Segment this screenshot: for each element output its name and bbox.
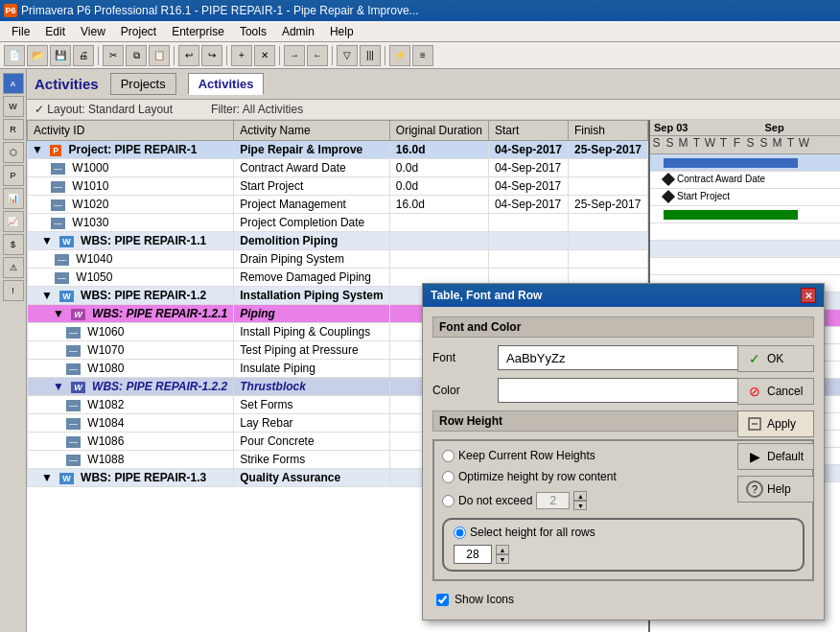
default-button[interactable]: ▶ Default	[737, 443, 814, 470]
show-icons-checkbox[interactable]	[436, 594, 449, 606]
menu-edit[interactable]: Edit	[37, 23, 73, 40]
row-id: — W1040	[28, 250, 234, 269]
sidebar-wbs[interactable]: W	[3, 96, 24, 117]
tb-paste[interactable]: 📋	[149, 45, 170, 66]
spin-down[interactable]: ▼	[573, 501, 587, 510]
tb-save[interactable]: 💾	[50, 45, 71, 66]
select-height-radio[interactable]	[454, 527, 466, 539]
keep-current-radio[interactable]	[442, 450, 455, 462]
tb-sep-3	[226, 46, 227, 65]
row-dur	[389, 250, 488, 269]
select-height-label[interactable]: Select height for all rows	[470, 526, 595, 539]
col-header-id[interactable]: Activity ID	[28, 121, 234, 141]
tab-activities[interactable]: Activities	[188, 73, 265, 95]
tb-undo[interactable]: ↩	[178, 45, 199, 66]
table-row[interactable]: — W1020 Project Management 16.0d 04-Sep-…	[28, 196, 648, 214]
tb-open[interactable]: 📂	[27, 45, 48, 66]
tb-level[interactable]: ≡	[412, 45, 433, 66]
gantt-row	[650, 206, 840, 223]
tb-cut[interactable]: ✂	[103, 45, 124, 66]
modal-close-button[interactable]: ✕	[801, 288, 816, 303]
optimize-height-label[interactable]: Optimize height by row content	[458, 470, 617, 483]
ok-button[interactable]: ✓ OK	[737, 345, 814, 372]
row-id: — W1030	[28, 214, 234, 232]
keep-current-label[interactable]: Keep Current Row Heights	[458, 449, 595, 462]
menu-bar: File Edit View Project Enterprise Tools …	[0, 21, 840, 42]
gantt-row: Start Project	[650, 189, 840, 206]
tb-outdent[interactable]: ←	[307, 45, 328, 66]
sidebar-roles[interactable]: ⬡	[3, 142, 24, 163]
row-name: Test Piping at Pressure	[234, 341, 390, 360]
tb-columns[interactable]: |||	[360, 45, 381, 66]
gantt-row	[650, 241, 840, 258]
left-sidebar: A W R ⬡ P 📊 📈 $ ⚠ !	[0, 69, 27, 632]
col-header-dur[interactable]: Original Duration	[389, 121, 488, 141]
color-swatch[interactable]	[498, 378, 776, 403]
menu-view[interactable]: View	[73, 23, 113, 40]
sidebar-resources[interactable]: R	[3, 119, 24, 140]
col-header-finish[interactable]: Finish	[568, 121, 647, 141]
spin-up[interactable]: ▲	[573, 491, 587, 501]
tb-new[interactable]: 📄	[4, 45, 25, 66]
panel-title: Activities	[35, 76, 99, 92]
tb-add[interactable]: +	[231, 45, 252, 66]
cancel-button[interactable]: ⊘ Cancel	[737, 378, 814, 405]
tb-redo[interactable]: ↪	[201, 45, 222, 66]
show-icons-label[interactable]: Show Icons	[455, 593, 514, 606]
sidebar-tracking[interactable]: 📈	[3, 211, 24, 232]
row-dur: 0.0d	[389, 177, 488, 196]
tb-sep-4	[279, 46, 280, 65]
menu-file[interactable]: File	[4, 23, 37, 40]
tb-print[interactable]: 🖨	[73, 45, 94, 66]
sidebar-activities[interactable]: A	[3, 73, 24, 94]
menu-tools[interactable]: Tools	[232, 23, 274, 40]
table-row[interactable]: — W1000 Contract Award Date 0.0d 04-Sep-…	[28, 159, 648, 177]
tab-projects[interactable]: Projects	[110, 73, 176, 95]
tb-copy[interactable]: ⧉	[126, 45, 147, 66]
menu-admin[interactable]: Admin	[274, 23, 322, 40]
col-header-start[interactable]: Start	[488, 121, 568, 141]
table-row[interactable]: — W1030 Project Completion Date	[28, 214, 648, 232]
tb-indent[interactable]: →	[284, 45, 305, 66]
spin-down-2[interactable]: ▼	[496, 554, 509, 564]
optimize-height-radio[interactable]	[442, 471, 455, 483]
help-icon: ?	[746, 480, 763, 498]
sidebar-issues[interactable]: !	[3, 280, 24, 301]
select-height-option[interactable]: Select height for all rows	[454, 526, 793, 539]
row-name: Installation Piping System	[234, 287, 390, 305]
sidebar-risks[interactable]: ⚠	[3, 257, 24, 278]
col-header-name[interactable]: Activity Name	[234, 121, 390, 141]
sidebar-projects[interactable]: P	[3, 165, 24, 186]
do-not-exceed-radio[interactable]	[442, 495, 455, 507]
tb-filter[interactable]: ▽	[337, 45, 358, 66]
table-row[interactable]: ▼ W WBS: PIPE REPAIR-1.1 Demolition Pipi…	[28, 232, 648, 250]
tb-schedule[interactable]: ⚡	[389, 45, 410, 66]
menu-help[interactable]: Help	[322, 23, 362, 40]
menu-project[interactable]: Project	[113, 23, 164, 40]
row-name: Remove Damaged Piping	[234, 269, 390, 287]
row-dur	[389, 214, 488, 232]
table-row[interactable]: — W1010 Start Project 0.0d 04-Sep-2017	[28, 177, 648, 196]
help-button[interactable]: ? Help	[737, 476, 814, 503]
sidebar-expenses[interactable]: $	[3, 234, 24, 255]
apply-button[interactable]: Apply	[737, 410, 814, 437]
table-row[interactable]: — W1040 Drain Piping System	[28, 250, 648, 269]
do-not-exceed-spinner[interactable]: ▲ ▼	[573, 491, 587, 510]
tb-sep-6	[385, 46, 385, 65]
color-label: Color	[432, 384, 490, 397]
do-not-exceed-input[interactable]	[536, 492, 570, 509]
sidebar-reports[interactable]: 📊	[3, 188, 24, 209]
do-not-exceed-label[interactable]: Do not exceed	[458, 494, 532, 507]
tb-delete[interactable]: ✕	[254, 45, 275, 66]
row-id: — W1020	[28, 196, 234, 214]
show-icons-row: Show Icons	[432, 589, 814, 610]
table-row[interactable]: ▼ P Project: PIPE REPAIR-1 Pipe Repair &…	[28, 141, 648, 159]
menu-enterprise[interactable]: Enterprise	[164, 23, 232, 40]
row-start: 04-Sep-2017	[488, 159, 568, 177]
row-id: ▼ W WBS: PIPE REPAIR-1.1	[28, 232, 234, 250]
modal-title: Table, Font and Row	[431, 289, 542, 302]
spin-up-2[interactable]: ▲	[496, 545, 509, 554]
select-height-input[interactable]	[454, 545, 492, 564]
select-height-spinner[interactable]: ▲ ▼	[496, 545, 509, 564]
row-name: Contract Award Date	[234, 159, 390, 177]
